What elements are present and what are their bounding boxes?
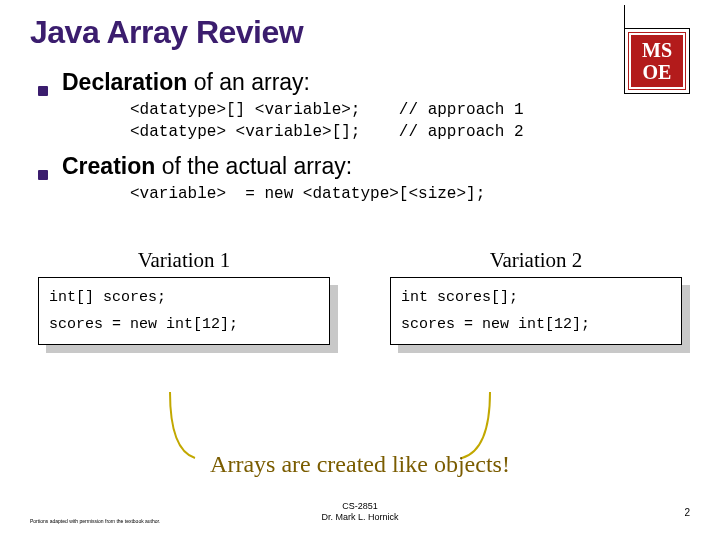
logo-line1: MS xyxy=(642,39,672,61)
variation2-code: int scores[]; scores = new int[12]; xyxy=(390,277,682,345)
slide-title: Java Array Review xyxy=(30,14,690,51)
slide-number: 2 xyxy=(684,507,690,518)
bullet-creation: Creation of the actual array: xyxy=(38,153,690,180)
logo: MS OE xyxy=(624,28,690,94)
logo-line2: OE xyxy=(643,61,672,83)
variation1-code: int[] scores; scores = new int[12]; xyxy=(38,277,330,345)
bullet-bold: Declaration xyxy=(62,69,187,95)
bullet-icon xyxy=(38,170,48,180)
bullet-declaration: Declaration of an array: xyxy=(38,69,690,96)
variation2-label: Variation 2 xyxy=(390,248,682,273)
footer-course: CS-2851 xyxy=(342,501,378,511)
bullet-bold: Creation xyxy=(62,153,155,179)
footer-author: Dr. Mark L. Hornick xyxy=(321,512,398,522)
variation1-label: Variation 1 xyxy=(38,248,330,273)
footer-left: Portions adapted with permission from th… xyxy=(30,518,180,524)
code-declaration: <datatype>[] <variable>; // approach 1 <… xyxy=(130,100,690,143)
code-creation: <variable> = new <datatype>[<size>]; xyxy=(130,184,690,206)
footer-center: CS-2851 Dr. Mark L. Hornick xyxy=(321,501,398,524)
bullet-rest: of an array: xyxy=(187,69,310,95)
bullet-icon xyxy=(38,86,48,96)
callout-text: Arrays are created like objects! xyxy=(0,451,720,478)
bullet-rest: of the actual array: xyxy=(155,153,352,179)
